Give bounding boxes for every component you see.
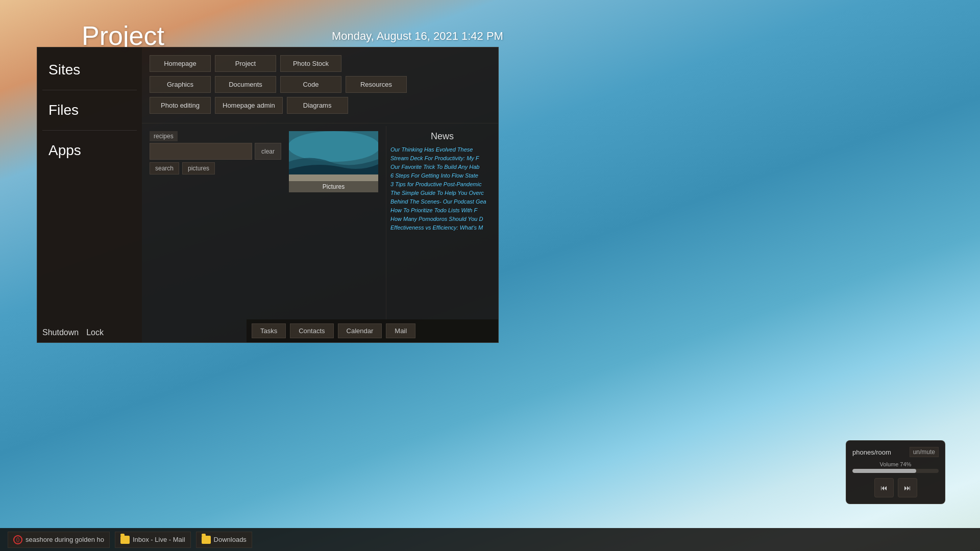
sidebar-divider xyxy=(42,90,137,90)
news-item-0[interactable]: Our Thinking Has Evolved These xyxy=(390,146,494,153)
volume-bar[interactable] xyxy=(852,469,939,473)
taskbar-app-seashore[interactable]: () seashore during golden ho xyxy=(8,532,110,548)
audio-unmute-button[interactable]: un/mute xyxy=(910,447,939,457)
bottom-action-bar: Tasks Contacts Calendar Mail xyxy=(247,319,498,342)
main-panel: Sites Files Apps Shutdown Lock Homepage … xyxy=(37,47,499,343)
taskbar: () seashore during golden ho Inbox - Liv… xyxy=(0,528,980,551)
search-section: recipes clear search pictures xyxy=(142,126,386,197)
search-tags: search pictures xyxy=(150,162,281,174)
site-documents-button[interactable]: Documents xyxy=(215,76,276,93)
tasks-button[interactable]: Tasks xyxy=(252,323,286,338)
taskbar-app-mail[interactable]: Inbox - Live - Mail xyxy=(115,532,191,548)
sites-section: Homepage Project Photo Stock Graphics Do… xyxy=(142,47,498,120)
search-input-row: clear xyxy=(150,143,281,160)
news-item-3[interactable]: 6 Steps For Getting Into Flow State xyxy=(390,172,494,179)
desktop-datetime: Monday, August 16, 2021 1:42 PM xyxy=(332,30,503,43)
audio-top-row: phones/room un/mute xyxy=(852,447,939,457)
lock-button[interactable]: Lock xyxy=(86,328,104,337)
search-input[interactable] xyxy=(150,143,252,160)
site-homepageadmin-button[interactable]: Homepage admin xyxy=(215,97,283,114)
mail-folder-icon xyxy=(120,536,130,544)
taskbar-app-downloads-label: Downloads xyxy=(214,536,247,543)
news-item-1[interactable]: Stream Deck For Productivity: My F xyxy=(390,155,494,162)
taskbar-app-mail-label: Inbox - Live - Mail xyxy=(133,536,185,543)
site-project-button[interactable]: Project xyxy=(215,55,276,72)
news-item-9[interactable]: Effectiveness vs Efficiency: What's M xyxy=(390,224,494,231)
news-list: Our Thinking Has Evolved These Stream De… xyxy=(390,146,494,231)
news-item-8[interactable]: How Many Pomodoros Should You D xyxy=(390,215,494,222)
site-code-button[interactable]: Code xyxy=(280,76,341,93)
audio-room-label: phones/room xyxy=(852,448,891,456)
site-photoediting-button[interactable]: Photo editing xyxy=(150,97,211,114)
calendar-button[interactable]: Calendar xyxy=(338,323,382,338)
site-resources-button[interactable]: Resources xyxy=(346,76,407,93)
sites-row-3: Photo editing Homepage admin Diagrams xyxy=(150,97,491,114)
section-divider xyxy=(142,123,498,123)
site-graphics-button[interactable]: Graphics xyxy=(150,76,211,93)
clear-button[interactable]: clear xyxy=(255,143,281,160)
volume-container: Volume 74% xyxy=(852,461,939,473)
news-item-4[interactable]: 3 Tips for Productive Post-Pandemic xyxy=(390,181,494,188)
volume-label: Volume 74% xyxy=(852,461,939,467)
picture-box[interactable]: Pictures xyxy=(289,131,378,192)
content-area: Homepage Project Photo Stock Graphics Do… xyxy=(142,47,498,342)
svg-point-1 xyxy=(289,131,378,162)
next-icon: ⏭ xyxy=(904,484,911,492)
left-content: recipes clear search pictures xyxy=(142,126,386,342)
play-pause-icon: ⏮ xyxy=(880,484,888,492)
shutdown-button[interactable]: Shutdown xyxy=(42,328,79,337)
site-homepage-button[interactable]: Homepage xyxy=(150,55,211,72)
site-photostock-button[interactable]: Photo Stock xyxy=(280,55,341,72)
search-box-wrapper: recipes clear search pictures xyxy=(150,131,281,192)
audio-play-pause-button[interactable]: ⏮ xyxy=(874,478,894,497)
news-item-5[interactable]: The Simple Guide To Help You Overc xyxy=(390,189,494,196)
contacts-button[interactable]: Contacts xyxy=(290,323,333,338)
desktop-title: Project xyxy=(82,20,164,51)
audio-next-button[interactable]: ⏭ xyxy=(898,478,917,497)
audio-controls: ⏮ ⏭ xyxy=(852,478,939,497)
volume-fill xyxy=(852,469,916,473)
search-tag-label: recipes xyxy=(150,131,178,141)
site-diagrams-button[interactable]: Diagrams xyxy=(287,97,348,114)
pictures-button[interactable]: pictures xyxy=(182,162,215,174)
news-item-7[interactable]: How To Prioritize Todo Lists With F xyxy=(390,207,494,214)
search-button[interactable]: search xyxy=(150,162,179,174)
middle-area: recipes clear search pictures xyxy=(142,126,498,342)
news-panel: News Our Thinking Has Evolved These Stre… xyxy=(386,126,498,342)
sites-row-1: Homepage Project Photo Stock xyxy=(150,55,491,72)
sidebar-divider-2 xyxy=(42,130,137,131)
picture-label: Pictures xyxy=(289,181,378,192)
sidebar: Sites Files Apps Shutdown Lock xyxy=(37,47,142,342)
sites-row-2: Graphics Documents Code Resources xyxy=(150,76,491,93)
sidebar-item-apps[interactable]: Apps xyxy=(42,138,137,163)
sidebar-item-sites[interactable]: Sites xyxy=(42,58,137,82)
taskbar-app-seashore-label: seashore during golden ho xyxy=(26,536,104,543)
news-title: News xyxy=(390,131,494,142)
seashore-icon: () xyxy=(13,535,22,544)
downloads-folder-icon xyxy=(202,536,211,544)
sidebar-item-files[interactable]: Files xyxy=(42,98,137,122)
audio-widget: phones/room un/mute Volume 74% ⏮ ⏭ xyxy=(846,440,945,504)
mail-button[interactable]: Mail xyxy=(386,323,415,338)
news-item-6[interactable]: Behind The Scenes- Our Podcast Gea xyxy=(390,198,494,205)
news-item-2[interactable]: Our Favorite Trick To Build Any Hab xyxy=(390,163,494,170)
taskbar-app-downloads[interactable]: Downloads xyxy=(196,532,252,548)
